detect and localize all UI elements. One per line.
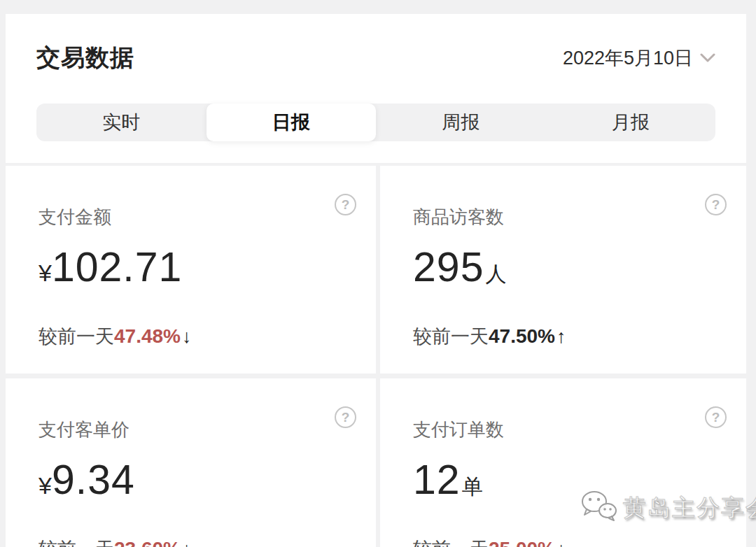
change-value: 23.60%	[114, 538, 181, 547]
currency-symbol: ¥	[38, 472, 52, 499]
date-label: 2022年5月10日	[563, 45, 693, 71]
metric-value: 12单	[413, 458, 727, 512]
change-label: 较前一天	[413, 539, 489, 547]
tab-realtime[interactable]: 实时	[36, 104, 206, 141]
help-icon[interactable]: ?	[335, 194, 356, 215]
metric-unit: 单	[462, 475, 483, 498]
change-label: 较前一天	[38, 326, 114, 347]
metric-value: ¥9.34	[38, 458, 356, 512]
metric-change: 较前一天47.48%↓	[38, 325, 356, 351]
trend-arrow-icon: ↑	[556, 326, 566, 347]
metric-label: 商品访客数	[413, 205, 504, 229]
card-head: 支付订单数 ?	[413, 406, 727, 441]
card-head: 支付金额 ?	[38, 194, 356, 229]
date-picker[interactable]: 2022年5月10日	[563, 45, 715, 71]
metric-label: 支付金额	[38, 205, 111, 229]
metric-unit: 人	[485, 262, 506, 285]
change-label: 较前一天	[38, 539, 114, 547]
tab-daily[interactable]: 日报	[206, 104, 377, 141]
metric-number: 12	[413, 457, 461, 503]
card-head: 商品访客数 ?	[413, 194, 727, 229]
change-value: 25.00%	[489, 538, 555, 547]
help-icon[interactable]: ?	[335, 406, 356, 428]
help-icon[interactable]: ?	[705, 194, 727, 215]
currency-symbol: ¥	[38, 260, 52, 286]
metric-number: 295	[413, 244, 484, 290]
card-product-visitors: 商品访客数 ? 295人 较前一天47.50%↑	[380, 166, 746, 374]
metric-change: 较前一天25.00%↓	[413, 537, 727, 547]
card-pay-per-customer: 支付客单价 ? ¥9.34 较前一天23.60%↓	[6, 378, 376, 547]
transaction-data-screen: 交易数据 2022年5月10日 实时 日报 周报 月报 支付金额 ?	[0, 0, 756, 547]
page-title: 交易数据	[36, 42, 134, 74]
header-panel: 交易数据 2022年5月10日 实时 日报 周报 月报	[6, 14, 746, 163]
metric-value: 295人	[413, 246, 727, 299]
change-label: 较前一天	[413, 326, 489, 347]
metric-cards-grid: 支付金额 ? ¥102.71 较前一天47.48%↓ 商品访客数 ? 295人 …	[6, 166, 746, 547]
card-pay-orders: 支付订单数 ? 12单 较前一天25.00%↓	[380, 378, 746, 547]
metric-label: 支付客单价	[38, 418, 130, 441]
tab-monthly[interactable]: 月报	[546, 104, 716, 141]
report-period-tabs: 实时 日报 周报 月报	[36, 104, 715, 141]
change-value: 47.48%	[114, 325, 181, 347]
card-pay-amount: 支付金额 ? ¥102.71 较前一天47.48%↓	[6, 166, 376, 374]
trend-arrow-icon: ↓	[182, 326, 192, 347]
trend-arrow-icon: ↓	[182, 539, 192, 547]
metric-label: 支付订单数	[413, 418, 504, 441]
metric-value: ¥102.71	[38, 246, 356, 299]
trend-arrow-icon: ↓	[556, 539, 566, 547]
chevron-down-icon	[700, 53, 715, 63]
change-value: 47.50%	[489, 325, 555, 347]
metric-change: 较前一天23.60%↓	[38, 537, 356, 547]
help-icon[interactable]: ?	[705, 406, 727, 428]
card-head: 支付客单价 ?	[38, 406, 356, 441]
metric-change: 较前一天47.50%↑	[413, 325, 727, 351]
header-row: 交易数据 2022年5月10日	[36, 42, 715, 74]
tab-weekly[interactable]: 周报	[376, 104, 546, 141]
metric-number: 102.71	[52, 244, 182, 290]
metric-number: 9.34	[52, 457, 135, 503]
